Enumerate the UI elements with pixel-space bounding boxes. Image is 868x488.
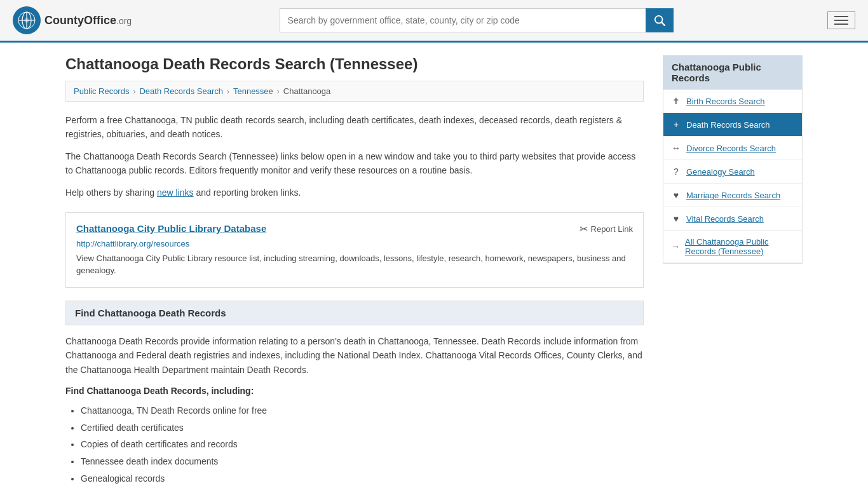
logo-area: CountyOffice.org: [13, 6, 132, 34]
search-input[interactable]: [280, 8, 646, 32]
sidebar-item-label: Birth Records Search: [686, 97, 765, 106]
death-records-icon: +: [671, 119, 681, 130]
list-item: Tennessee death index documents: [81, 453, 644, 470]
logo-icon: [13, 6, 41, 34]
breadcrumb-death-records[interactable]: Death Records Search: [139, 86, 223, 96]
hamburger-menu-button[interactable]: [827, 11, 855, 29]
breadcrumb-chattanooga: Chattanooga: [283, 86, 330, 96]
divorce-records-icon: ↔: [671, 143, 681, 153]
resource-description: View Chattanooga City Public Library res…: [76, 252, 633, 277]
sidebar-item-death-records[interactable]: + Death Records Search: [663, 113, 802, 137]
hamburger-line: [834, 16, 848, 17]
sidebar: Chattanooga Public Records ✝ Birth Recor…: [663, 55, 803, 487]
birth-records-icon: ✝: [671, 96, 681, 106]
genealogy-icon: ?: [671, 166, 681, 177]
sidebar-item-marriage-records[interactable]: ♥ Marriage Records Search: [663, 184, 802, 207]
site-header: CountyOffice.org: [0, 0, 868, 43]
find-section-list: Chattanooga, TN Death Records online for…: [65, 402, 644, 487]
description-3-suffix: and reporting broken links.: [194, 187, 301, 198]
find-section-header: Find Chattanooga Death Records: [65, 301, 644, 325]
svg-point-4: [25, 18, 29, 23]
svg-line-6: [661, 22, 665, 25]
list-item: Copies of death certificates and records: [81, 436, 644, 453]
breadcrumb-tennessee[interactable]: Tennessee: [233, 86, 273, 96]
breadcrumb-separator: ›: [133, 87, 135, 96]
breadcrumb-separator: ›: [277, 87, 280, 96]
sidebar-item-label: Marriage Records Search: [686, 191, 780, 200]
report-link-button[interactable]: ✂ Report Link: [580, 223, 633, 235]
list-item: Certified death certificates: [81, 419, 644, 437]
resource-title[interactable]: Chattanooga City Public Library Database: [76, 223, 266, 234]
find-section-subheader: Find Chattanooga Death Records, includin…: [65, 386, 644, 396]
description-1: Perform a free Chattanooga, TN public de…: [65, 113, 644, 142]
search-bar: [280, 8, 674, 32]
sidebar-menu: ✝ Birth Records Search + Death Records S…: [663, 90, 803, 264]
hamburger-line: [834, 24, 848, 25]
all-records-icon: →: [671, 241, 680, 252]
description-3-prefix: Help others by sharing: [65, 187, 157, 198]
new-links-link[interactable]: new links: [157, 187, 194, 198]
breadcrumb: Public Records › Death Records Search › …: [65, 81, 644, 102]
resource-card: Chattanooga City Public Library Database…: [65, 212, 644, 288]
resource-url[interactable]: http://chattlibrary.org/resources: [76, 239, 633, 248]
find-section: Find Chattanooga Death Records Chattanoo…: [65, 301, 644, 487]
sidebar-item-label: Divorce Records Search: [686, 144, 776, 153]
search-icon: [654, 15, 665, 26]
sidebar-item-label: Genealogy Search: [686, 167, 755, 177]
search-button[interactable]: [646, 8, 674, 32]
report-icon: ✂: [580, 223, 588, 235]
resource-card-header: Chattanooga City Public Library Database…: [76, 223, 633, 235]
description-2: The Chattanooga Death Records Search (Te…: [65, 149, 644, 178]
main-layout: Chattanooga Death Records Search (Tennes…: [53, 43, 815, 488]
hamburger-line: [834, 20, 848, 21]
sidebar-item-label: Death Records Search: [686, 120, 770, 130]
marriage-records-icon: ♥: [671, 190, 681, 200]
main-content: Chattanooga Death Records Search (Tennes…: [65, 55, 644, 487]
sidebar-item-all-records[interactable]: → All Chattanooga Public Records (Tennes…: [663, 231, 802, 263]
sidebar-item-birth-records[interactable]: ✝ Birth Records Search: [663, 90, 802, 113]
list-item: Genealogical records: [81, 470, 644, 487]
report-link-label: Report Link: [591, 224, 633, 234]
find-section-text: Chattanooga Death Records provide inform…: [65, 334, 644, 377]
breadcrumb-public-records[interactable]: Public Records: [74, 86, 129, 96]
sidebar-item-label: All Chattanooga Public Records (Tennesse…: [685, 237, 794, 256]
description-3: Help others by sharing new links and rep…: [65, 186, 644, 200]
logo-text: CountyOffice.org: [44, 14, 132, 27]
vital-records-icon: ♥: [671, 214, 681, 224]
sidebar-item-genealogy[interactable]: ? Genealogy Search: [663, 160, 802, 184]
sidebar-item-divorce-records[interactable]: ↔ Divorce Records Search: [663, 137, 802, 160]
sidebar-item-label: Vital Records Search: [686, 214, 764, 224]
sidebar-title: Chattanooga Public Records: [663, 55, 803, 90]
sidebar-item-vital-records[interactable]: ♥ Vital Records Search: [663, 207, 802, 231]
page-title: Chattanooga Death Records Search (Tennes…: [65, 55, 644, 73]
breadcrumb-separator: ›: [227, 87, 229, 96]
list-item: Chattanooga, TN Death Records online for…: [81, 402, 644, 419]
